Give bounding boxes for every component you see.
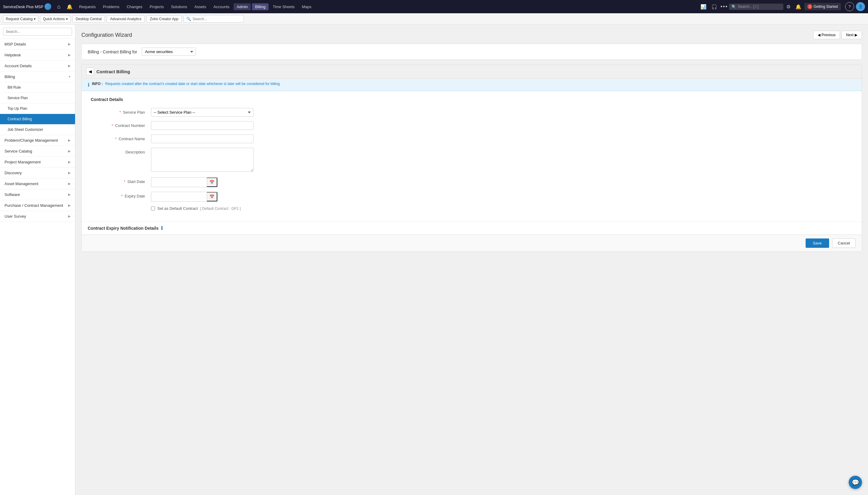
start-date-required: *	[124, 180, 125, 184]
sidebar-item-top-up-plan[interactable]: Top Up Plan	[0, 103, 75, 114]
wizard-title: Configuration Wizard	[81, 32, 132, 38]
nav-requests[interactable]: Requests	[76, 3, 99, 10]
sidebar-item-label: Project Management	[4, 160, 41, 164]
nav-timesheets[interactable]: Time Sheets	[270, 3, 298, 10]
sidebar-item-label: Billing	[4, 74, 15, 79]
chat-fab-button[interactable]: 💬	[849, 476, 862, 489]
billing-for-label: Billing - Contract Billing for	[88, 49, 137, 54]
expiry-date-input[interactable]	[151, 193, 207, 201]
service-plan-label: * Service Plan	[91, 108, 151, 115]
request-catalog-dropdown[interactable]: Request Catalog ▾	[3, 15, 38, 23]
start-date-control: 📅	[151, 177, 218, 187]
nav-projects[interactable]: Projects	[146, 3, 167, 10]
notification-icon[interactable]: 🔔	[64, 3, 75, 11]
expiry-date-required: *	[121, 194, 123, 198]
nav-solutions[interactable]: Solutions	[168, 3, 190, 10]
desktop-central-btn[interactable]: Desktop Central	[72, 15, 105, 23]
contract-billing-card: ◀ Contract Billing ℹ INFO : Requests cre…	[81, 64, 862, 252]
start-date-calendar-btn[interactable]: 📅	[207, 177, 217, 187]
advanced-analytics-btn[interactable]: Advanced Analytics	[107, 15, 145, 23]
sidebar-item-discovery[interactable]: Discovery ▶	[0, 168, 75, 178]
nav-billing[interactable]: Billing	[252, 3, 268, 10]
help-icon[interactable]: ?	[845, 2, 854, 11]
contract-name-control	[151, 134, 254, 143]
default-contract-row: Set as Default Contract [ Default Contra…	[151, 206, 853, 211]
sidebar-item-service-catalog[interactable]: Service Catalog ▶	[0, 146, 75, 157]
description-textarea[interactable]	[151, 148, 254, 172]
headphone-icon[interactable]: 🎧	[710, 3, 719, 11]
previous-button[interactable]: ◀ Previous	[813, 31, 840, 39]
sidebar-item-label: Asset Management	[4, 182, 38, 186]
top-navbar: ServiceDesk Plus MSP ⌂ 🔔 Requests Proble…	[0, 0, 868, 13]
chevron-right-icon: ▶	[68, 171, 71, 175]
back-button[interactable]: ◀	[86, 68, 94, 75]
global-search: 🔍	[729, 4, 783, 10]
cancel-button[interactable]: Cancel	[832, 238, 856, 248]
getting-started-btn[interactable]: 1 Getting Started	[804, 3, 841, 10]
sidebar-item-software[interactable]: Software ▶	[0, 189, 75, 200]
service-plan-control: -- Select Service Plan --	[151, 108, 254, 117]
content-area: Configuration Wizard ◀ Previous Next ▶ B…	[75, 25, 868, 495]
chevron-right-icon: ▶	[68, 160, 71, 164]
contract-name-row: * Contract Name	[91, 134, 853, 143]
global-search-input[interactable]	[738, 4, 777, 9]
zoho-creator-btn[interactable]: Zoho Creator App	[146, 15, 182, 23]
brand-logo[interactable]: ServiceDesk Plus MSP	[3, 3, 51, 10]
default-contract-note: [ Default Contract : GP1 ]	[200, 206, 241, 211]
save-button[interactable]: Save	[805, 238, 829, 248]
expiry-date-control: 📅	[151, 192, 218, 202]
nav-maps[interactable]: Maps	[299, 3, 314, 10]
more-icon[interactable]: •••	[720, 4, 728, 10]
start-date-label: * Start Date	[91, 177, 151, 184]
start-date-input[interactable]	[151, 178, 207, 186]
billing-for-select[interactable]: Acme securities	[142, 48, 196, 56]
quick-actions-chevron: ▾	[66, 17, 68, 21]
sidebar-item-helpdesk[interactable]: Helpdesk ▶	[0, 50, 75, 61]
chevron-right-icon: ▶	[68, 64, 71, 68]
sidebar-search-input[interactable]	[3, 28, 72, 36]
settings-icon[interactable]: ⚙	[784, 3, 792, 11]
sidebar-item-problem-change[interactable]: Problem/Change Management ▶	[0, 135, 75, 146]
alert-icon[interactable]: 🔔	[794, 3, 803, 11]
nav-changes[interactable]: Changes	[124, 3, 145, 10]
sidebar-item-label: Job Sheet Customizer	[7, 127, 43, 132]
sidebar-item-billing[interactable]: Billing ▾	[0, 71, 75, 82]
nav-admin[interactable]: Admin	[233, 3, 251, 10]
quick-actions-dropdown[interactable]: Quick Actions ▾	[40, 15, 71, 23]
sidebar-item-msp-details[interactable]: MSP Details ▶	[0, 39, 75, 50]
contract-number-control	[151, 121, 254, 130]
sidebar-item-asset-management[interactable]: Asset Management ▶	[0, 178, 75, 189]
default-contract-checkbox[interactable]	[151, 206, 155, 210]
user-avatar[interactable]: 👤	[856, 2, 865, 11]
request-catalog-chevron: ▾	[34, 17, 36, 21]
toolbar-search-input[interactable]	[193, 17, 241, 21]
home-icon[interactable]: ⌂	[55, 2, 63, 11]
sidebar-item-account-details[interactable]: Account Details ▶	[0, 61, 75, 71]
nav-problems[interactable]: Problems	[100, 3, 122, 10]
service-plan-select[interactable]: -- Select Service Plan --	[151, 108, 254, 117]
sidebar-item-project-management[interactable]: Project Management ▶	[0, 157, 75, 168]
expiry-notification-section: Contract Expiry Notification Details ℹ	[82, 221, 862, 235]
sidebar-item-contract-billing[interactable]: Contract Billing	[0, 114, 75, 124]
sidebar-item-purchase-contract[interactable]: Purchase / Contract Management ▶	[0, 200, 75, 211]
description-row: Description	[91, 148, 853, 173]
next-button[interactable]: Next ▶	[841, 31, 862, 39]
contract-name-input[interactable]	[151, 134, 254, 143]
nav-assets[interactable]: Assets	[191, 3, 209, 10]
nav-accounts[interactable]: Accounts	[210, 3, 232, 10]
service-plan-row: * Service Plan -- Select Service Plan --	[91, 108, 853, 117]
sidebar-item-job-sheet[interactable]: Job Sheet Customizer	[0, 124, 75, 135]
info-label: INFO :	[92, 82, 103, 86]
chevron-right-icon: ▶	[68, 193, 71, 197]
expiry-date-calendar-btn[interactable]: 📅	[207, 192, 217, 201]
sidebar-item-user-survey[interactable]: User Survey ▶	[0, 211, 75, 222]
sidebar-item-label: Account Details	[4, 64, 32, 68]
sidebar-item-bill-rule[interactable]: Bill Rule	[0, 82, 75, 93]
barchart-icon[interactable]: 📊	[699, 3, 708, 11]
sidebar-item-service-plan[interactable]: Service Plan	[0, 93, 75, 103]
chevron-right-icon: ▶	[68, 53, 71, 57]
expiry-info-icon[interactable]: ℹ	[161, 225, 163, 231]
search-icon: 🔍	[731, 4, 736, 9]
contract-number-input[interactable]	[151, 121, 254, 130]
secondary-toolbar: Request Catalog ▾ Quick Actions ▾ Deskto…	[0, 13, 868, 25]
